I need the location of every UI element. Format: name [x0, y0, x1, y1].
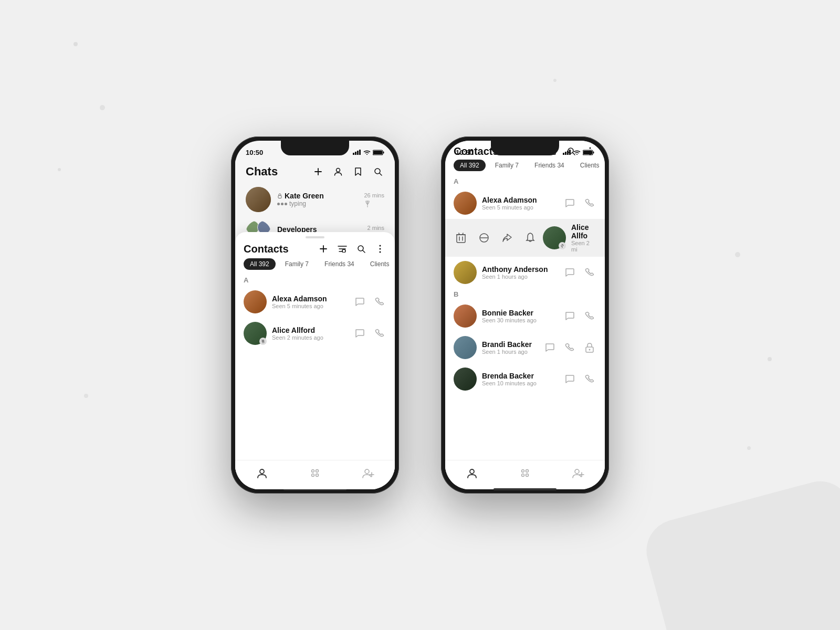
- avatar-brenda-p2: [454, 368, 477, 391]
- contact-brenda-p2[interactable]: Brenda Backer Seen 10 minutes ago: [445, 363, 605, 395]
- chat-icon-brenda-p2[interactable]: [563, 372, 576, 386]
- nav-contacts-p2[interactable]: [461, 463, 482, 484]
- nav-grid-p1[interactable]: [304, 463, 326, 484]
- contact-alexa-p2[interactable]: Alexa Adamson Seen 5 minutes ago: [445, 187, 605, 219]
- lock-icon-kate: [277, 193, 282, 198]
- contact-info-brenda-p2: Brenda Backer Seen 10 minutes ago: [482, 372, 558, 386]
- contact-alice-p1[interactable]: Alice Allford Seen 2 minutes ago: [235, 318, 395, 349]
- svg-rect-42: [593, 151, 594, 153]
- chat-icon-anthony-p2[interactable]: [563, 266, 576, 279]
- alice-seen-p1: Seen 2 minutes ago: [272, 334, 348, 341]
- filter-tabs-p2: All 392 Family 7 Friends 34 Clients: [445, 160, 605, 175]
- add-chat-button[interactable]: [312, 165, 324, 178]
- brenda-name-p2: Brenda Backer: [482, 372, 558, 380]
- trash-icon-alice[interactable]: [454, 230, 468, 245]
- bottom-nav-p2: [445, 460, 605, 489]
- contact-info-alice-p1: Alice Allford Seen 2 minutes ago: [272, 326, 348, 341]
- svg-rect-39: [567, 151, 569, 155]
- avatar-kate: [246, 187, 271, 212]
- kate-name: Kate Green: [277, 192, 358, 200]
- svg-rect-55: [457, 235, 465, 243]
- contact-info-brandi-p2: Brandi Backer Seen 1 hours ago: [482, 340, 538, 355]
- nav-add-person-p2[interactable]: [568, 463, 589, 484]
- tab-all-p2[interactable]: All 392: [454, 160, 486, 171]
- contact-anthony-p2[interactable]: Anthony Anderson Seen 1 hours ago: [445, 257, 605, 288]
- svg-point-9: [337, 169, 340, 172]
- contact-info-bonnie-p2: Bonnie Backer Seen 30 minutes ago: [482, 309, 558, 323]
- filter-button-p1[interactable]: [336, 243, 349, 255]
- profile-button[interactable]: [332, 165, 344, 178]
- tab-friends-p2[interactable]: Friends 34: [528, 160, 571, 171]
- svg-point-71: [526, 474, 528, 476]
- chat-icon-bonnie-p2[interactable]: [563, 309, 576, 323]
- contact-bonnie-p2[interactable]: Bonnie Backer Seen 30 minutes ago: [445, 300, 605, 332]
- time-1: 10:50: [246, 149, 263, 156]
- home-indicator-2: [494, 488, 556, 490]
- chat-icon-brandi-p2[interactable]: [543, 341, 556, 354]
- nav-add-person-p1[interactable]: [358, 463, 379, 484]
- bonnie-actions-p2: [563, 309, 596, 323]
- block-icon-alice[interactable]: [477, 230, 491, 245]
- search-contacts-button-p1[interactable]: [355, 243, 368, 255]
- tab-clients-p1[interactable]: Clients: [364, 258, 395, 270]
- chats-header-icons: [312, 165, 384, 178]
- alexa-actions-p2: [563, 196, 596, 210]
- call-icon-brandi-p2[interactable]: [563, 341, 576, 354]
- svg-rect-43: [583, 151, 592, 154]
- call-icon-alexa-p2[interactable]: [583, 196, 596, 210]
- tab-family-p1[interactable]: Family 7: [279, 258, 315, 270]
- anthony-seen-p2: Seen 1 hours ago: [482, 274, 558, 280]
- avatar-anthony-p2: [454, 261, 477, 284]
- svg-point-33: [316, 474, 318, 476]
- svg-rect-3: [359, 150, 361, 155]
- chat-info-kate: Kate Green typing: [277, 192, 358, 207]
- brandi-seen-p2: Seen 1 hours ago: [482, 349, 538, 355]
- bottom-nav-p1: [235, 460, 395, 489]
- call-icon-alice-p1[interactable]: [373, 327, 386, 340]
- chat-item-kate[interactable]: Kate Green typing 26 mins: [235, 183, 395, 216]
- more-button-p1[interactable]: [374, 243, 386, 255]
- nav-grid-p2[interactable]: [514, 463, 536, 484]
- svg-rect-27: [262, 343, 264, 344]
- svg-point-30: [311, 469, 314, 472]
- svg-point-24: [380, 245, 381, 247]
- pin-icon: [364, 200, 371, 207]
- bookmark-button[interactable]: [352, 165, 364, 178]
- phone-2: 10:50: [441, 136, 609, 494]
- avatar-alice-p1: [244, 322, 267, 345]
- add-contact-button-p1[interactable]: [317, 243, 330, 255]
- alexa-seen-p1: Seen 5 minutes ago: [272, 303, 348, 309]
- call-icon-alexa-p1[interactable]: [373, 295, 386, 309]
- forward-icon-alice[interactable]: [500, 230, 514, 245]
- search-button-chats[interactable]: [372, 165, 384, 178]
- contact-alexa-p1[interactable]: Alexa Adamson Seen 5 minutes ago: [235, 286, 395, 318]
- tab-family-p2[interactable]: Family 7: [489, 160, 525, 171]
- nav-contacts-p1[interactable]: [251, 463, 272, 484]
- chat-icon-alexa-p2[interactable]: [563, 196, 576, 210]
- bonnie-name-p2: Bonnie Backer: [482, 309, 558, 317]
- avatar-brandi-p2: [454, 336, 477, 359]
- call-icon-bonnie-p2[interactable]: [583, 309, 596, 323]
- alexa-seen-p2: Seen 5 minutes ago: [482, 204, 558, 211]
- contact-alice-p2-row: Alice Allfo Seen 2 mi: [445, 219, 605, 257]
- alexa-actions-p1: [353, 295, 386, 309]
- call-icon-brenda-p2[interactable]: [583, 372, 596, 386]
- chat-icon-alexa-p1[interactable]: [353, 295, 366, 309]
- tab-all-p1[interactable]: All 392: [244, 258, 276, 270]
- call-icon-anthony-p2[interactable]: [583, 266, 596, 279]
- signal-icon-1: [353, 150, 361, 155]
- svg-rect-2: [357, 151, 359, 155]
- phone2-contacts-screen: Contacts All: [445, 141, 605, 489]
- tab-friends-p1[interactable]: Friends 34: [318, 258, 361, 270]
- bell-icon-alice[interactable]: [523, 230, 538, 245]
- chats-title: Chats: [246, 165, 278, 178]
- svg-rect-12: [278, 196, 281, 198]
- svg-point-66: [589, 349, 591, 351]
- svg-point-70: [521, 474, 524, 476]
- wifi-icon-1: [363, 150, 371, 155]
- svg-line-57: [459, 233, 459, 235]
- svg-point-68: [521, 469, 524, 472]
- chat-icon-alice-p1[interactable]: [353, 327, 366, 340]
- contact-brandi-p2[interactable]: Brandi Backer Seen 1 hours ago: [445, 332, 605, 363]
- tab-clients-p2[interactable]: Clients: [574, 160, 605, 171]
